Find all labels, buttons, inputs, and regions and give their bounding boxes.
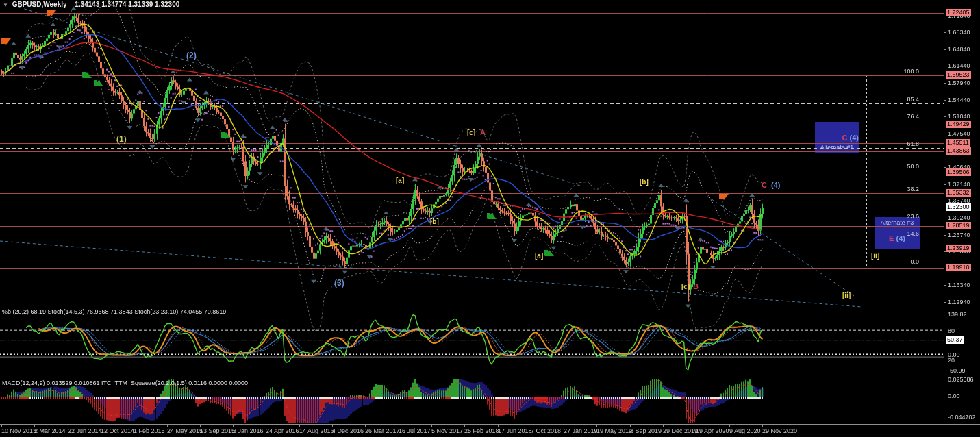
price-level-label: 1.35332 xyxy=(946,189,971,197)
elliott-wave-label: B xyxy=(693,282,699,290)
time-axis-label: 19 Apr 2020 xyxy=(696,427,729,434)
arrow-part xyxy=(1,38,11,45)
time-axis-label: 14 Aug 2016 xyxy=(299,427,334,434)
arrow-part xyxy=(487,213,490,218)
time-axis-label: 29 Nov 2020 xyxy=(762,427,797,434)
indicator-scale-label: 0.00 xyxy=(948,393,960,399)
price-level-label: 1.59523 xyxy=(946,71,971,79)
chart-title: ▼ GBPUSD,Weekly 1.34143 1.34774 1.31339 … xyxy=(3,1,179,8)
time-axis-label: 7 Oct 2018 xyxy=(531,427,561,434)
time-axis-label: 10 Nov 2013 xyxy=(1,427,36,434)
fib-level-label: 38.2 xyxy=(871,186,919,192)
ohlc-values: 1.34143 1.34774 1.31339 1.32300 xyxy=(75,1,179,8)
trading-terminal-chart: ▼ GBPUSD,Weekly 1.34143 1.34774 1.31339 … xyxy=(0,0,980,437)
stochastic-pane-label: %b (20,2) 68.19 Stoch(14,5,3) 76.9668 71… xyxy=(2,308,226,315)
chart-overlay: 1.718401.683401.648401.614401.579401.544… xyxy=(0,0,980,437)
elliott-wave-label: [c] xyxy=(467,129,475,136)
wave-4b-label: (4) xyxy=(894,234,905,242)
time-axis-label: 8 Sep 2019 xyxy=(630,427,662,434)
elliott-wave-label: [a] xyxy=(535,252,543,260)
wave-annotation-c4-box1: C (4) xyxy=(815,134,863,142)
elliott-wave-label: A xyxy=(480,128,486,136)
price-level-label: 1.72405 xyxy=(946,9,971,16)
time-axis-label: 3 Jan 2016 xyxy=(233,427,264,434)
time-axis-label: 27 Jan 2019 xyxy=(564,427,598,434)
indicator-scale-label: 139.82 xyxy=(948,312,967,318)
indicator-scale-label: 0.025386 xyxy=(948,377,974,383)
stochastic-current-label: 50.37 xyxy=(946,336,964,344)
elliott-wave-label: [b] xyxy=(430,218,439,225)
wave-annotation-e4-box2: E (4) xyxy=(875,234,920,242)
price-axis-label: 1.26740 xyxy=(948,232,970,238)
price-level-label: 1.39506 xyxy=(946,168,971,176)
elliott-wave-label: C xyxy=(762,181,767,189)
time-axis-label: 22 Jun 2014 xyxy=(68,427,102,434)
time-axis-label: 2 Mar 2014 xyxy=(34,427,66,434)
price-level-label: 1.23919 xyxy=(946,245,971,252)
price-axis-label: 1.68340 xyxy=(948,29,970,36)
wave-4-label: (4) xyxy=(848,134,859,142)
fib-level-label: 100.0 xyxy=(871,68,919,75)
alternate-1-label: Alternate #1 xyxy=(815,144,859,151)
elliott-wave-label: [b] xyxy=(640,178,649,186)
price-axis-label: 1.30240 xyxy=(948,215,970,221)
price-axis-label: 1.37140 xyxy=(948,182,970,188)
elliott-wave-label: [a] xyxy=(396,177,404,184)
arrow-part xyxy=(719,194,729,200)
fib-level-label: 85.4 xyxy=(871,96,919,103)
indicator-scale-label: -0.044702 xyxy=(948,414,976,421)
arrow-part xyxy=(82,72,86,77)
price-level-label: 1.45511 xyxy=(946,139,970,147)
symbol-timeframe-label: GBPUSD,Weekly xyxy=(12,1,67,8)
price-axis-label: 1.47540 xyxy=(948,131,970,137)
arrow-part xyxy=(47,10,56,16)
price-axis-label: 1.61440 xyxy=(948,63,970,69)
price-level-label: 1.43863 xyxy=(946,147,971,155)
price-axis-label: 1.12940 xyxy=(948,299,970,305)
elliott-wave-label: (2) xyxy=(186,51,197,60)
indicator-scale-label: 80 xyxy=(948,328,955,334)
fib-level-label: 76.4 xyxy=(871,113,919,120)
price-axis-label: 1.54440 xyxy=(948,97,970,103)
indicator-scale-label: -50.99 xyxy=(948,368,966,374)
time-axis-label: 19 May 2019 xyxy=(596,427,632,434)
wave-c-label: C xyxy=(842,134,848,142)
price-axis-label: 1.16340 xyxy=(948,282,970,288)
elliott-wave-label: [ii] xyxy=(871,252,879,260)
current-price-label: 1.32300 xyxy=(946,203,971,211)
time-axis-label: 29 Dec 2019 xyxy=(663,427,698,434)
elliott-wave-label: (3) xyxy=(334,278,344,288)
time-axis-label: 12 Oct 2014 xyxy=(101,427,134,434)
elliott-wave-label: [ii] xyxy=(842,292,851,299)
time-axis-label: 26 Mar 2017 xyxy=(365,427,400,434)
arrow-part xyxy=(221,132,225,138)
time-axis-label: 5 Nov 2017 xyxy=(431,427,463,434)
elliott-wave-label: (1) xyxy=(116,134,127,144)
price-level-label: 1.49429 xyxy=(946,121,971,128)
price-axis-label: 1.51040 xyxy=(948,114,970,120)
time-axis-label: 25 Feb 2018 xyxy=(464,427,499,434)
price-level-label: 1.19910 xyxy=(946,264,971,271)
time-axis-label: 16 Jul 2017 xyxy=(399,427,431,434)
arrow-part xyxy=(94,80,97,86)
time-axis-label: 24 Apr 2016 xyxy=(266,427,299,434)
alternate-3-label: Alternate #3 xyxy=(875,219,920,226)
time-axis-label: 13 Sep 2015 xyxy=(200,427,235,434)
price-axis-label: 1.57940 xyxy=(948,80,970,86)
price-axis-label: 1.64840 xyxy=(948,47,970,53)
elliott-wave-label: [c] xyxy=(681,283,690,290)
time-axis-label: 24 May 2015 xyxy=(167,427,203,434)
time-axis-label: 17 Jun 2018 xyxy=(498,427,532,434)
elliott-wave-label: (4) xyxy=(771,181,780,189)
price-level-label: 1.28519 xyxy=(946,222,971,229)
time-axis-label: 9 Aug 2020 xyxy=(729,427,761,434)
indicator-scale-label: 20 xyxy=(948,358,955,364)
fib-level-label: 50.0 xyxy=(871,163,919,170)
symbol-dropdown-icon[interactable]: ▼ xyxy=(3,2,8,8)
time-axis-label: 4 Dec 2016 xyxy=(332,427,364,434)
time-axis-label: 1 Feb 2015 xyxy=(134,427,165,434)
arrow-part xyxy=(544,250,548,255)
macd-pane-label: MACD(12,24,9) 0.013529 0.010861 ITC_TTM_… xyxy=(2,379,248,386)
fib-level-label: 61.8 xyxy=(871,140,919,147)
